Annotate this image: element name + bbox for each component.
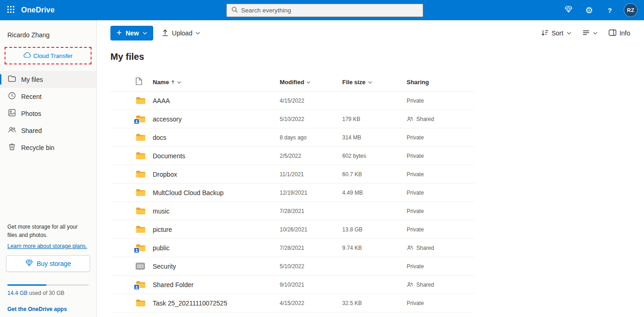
- table-row[interactable]: public 7/28/2021 9.74 KB Shared: [110, 239, 475, 257]
- file-sharing[interactable]: Private: [407, 208, 475, 214]
- file-name[interactable]: public: [153, 244, 280, 252]
- file-table-body: AAAA 4/15/2022 Private accessory 5/10/20…: [110, 92, 475, 312]
- table-row[interactable]: docs 8 days ago 314 MB Private: [110, 128, 475, 147]
- table-row[interactable]: MultCloud Cloud Backup 12/19/2021 4.49 M…: [110, 184, 475, 202]
- file-modified: 8 days ago: [280, 134, 342, 141]
- column-header-file-size[interactable]: File size: [342, 79, 407, 86]
- table-row[interactable]: AAAA 4/15/2022 Private: [110, 92, 475, 110]
- file-sharing[interactable]: Private: [407, 98, 475, 104]
- file-sharing[interactable]: Shared: [407, 245, 475, 251]
- file-modified: 4/15/2022: [280, 300, 342, 306]
- diamond-icon: [25, 259, 33, 268]
- file-name[interactable]: AAAA: [153, 97, 280, 104]
- table-row[interactable]: Dropbox 11/1/2021 60.7 KB Private: [110, 165, 475, 184]
- file-size: 602 bytes: [342, 153, 407, 159]
- file-table: Name Modified File size: [110, 73, 475, 312]
- table-row[interactable]: Task 25_20211110072525 4/15/2022 32.5 KB…: [110, 294, 475, 312]
- shared-folder-icon: [136, 244, 146, 252]
- column-header-sharing[interactable]: Sharing: [407, 79, 475, 86]
- premium-button[interactable]: [558, 0, 579, 20]
- sort-button[interactable]: Sort: [541, 29, 571, 38]
- file-size: 60.7 KB: [342, 171, 407, 178]
- file-name[interactable]: Dropbox: [153, 171, 280, 178]
- buy-storage-label: Buy storage: [37, 260, 71, 267]
- page-title: My files: [110, 52, 644, 62]
- file-name[interactable]: music: [153, 207, 280, 215]
- select-column-header[interactable]: [110, 77, 153, 87]
- command-bar: New Upload: [97, 20, 644, 44]
- row-icon-cell: [110, 170, 153, 178]
- sharing-status-label: Shared: [416, 116, 434, 122]
- row-icon-cell: [110, 281, 153, 288]
- file-name[interactable]: accessory: [153, 115, 280, 123]
- file-sharing[interactable]: Private: [407, 190, 475, 196]
- file-sharing[interactable]: Shared: [407, 116, 475, 122]
- column-label: Name: [153, 79, 169, 86]
- onedrive-apps-link[interactable]: Get the OneDrive apps: [6, 306, 90, 312]
- file-sharing[interactable]: Shared: [407, 282, 475, 288]
- table-row[interactable]: Documents 2/5/2022 602 bytes Private: [110, 147, 475, 165]
- sidebar-item-shared[interactable]: Shared: [0, 122, 96, 139]
- column-header-name[interactable]: Name: [153, 79, 280, 86]
- sidebar-item-recent[interactable]: Recent: [0, 88, 96, 105]
- sidebar-item-label: Recycle bin: [21, 144, 54, 151]
- account-avatar[interactable]: RZ: [624, 4, 637, 17]
- search-box[interactable]: [226, 4, 423, 17]
- file-sharing[interactable]: Private: [407, 171, 475, 178]
- file-name[interactable]: Task 25_20211110072525: [153, 300, 280, 307]
- buy-storage-button[interactable]: Buy storage: [6, 255, 90, 272]
- sidebar-nav: My files Recent Photos: [0, 71, 96, 156]
- table-row[interactable]: Shared Folder 9/10/2021 Shared: [110, 276, 475, 294]
- row-icon-cell: [110, 189, 153, 196]
- info-button[interactable]: Info: [609, 29, 630, 37]
- storage-used-value[interactable]: 14.4 GB: [7, 290, 28, 296]
- storage-plans-link[interactable]: Learn more about storage plans.: [6, 243, 88, 249]
- file-sharing[interactable]: Private: [407, 263, 475, 270]
- cloud-transfer-button[interactable]: Cloud Transfer: [6, 52, 91, 59]
- view-options-button[interactable]: [582, 29, 598, 37]
- table-row[interactable]: Security 5/10/2022 Private: [110, 257, 475, 276]
- file-sharing[interactable]: Private: [407, 134, 475, 141]
- upload-button[interactable]: Upload: [161, 29, 200, 38]
- file-name[interactable]: Security: [153, 263, 280, 270]
- settings-button[interactable]: ⚙: [579, 0, 599, 20]
- command-bar-right: Sort: [541, 29, 630, 38]
- help-button[interactable]: ?: [599, 0, 620, 20]
- shared-badge-icon: [134, 248, 139, 253]
- table-row[interactable]: picture 10/26/2021 13.8 GB Private: [110, 220, 475, 239]
- storage-used-rest: used of 30 GB: [28, 290, 64, 296]
- row-icon-cell: [110, 115, 153, 123]
- row-icon-cell: [110, 152, 153, 160]
- people-icon: [8, 126, 16, 135]
- app-launcher-button[interactable]: [0, 0, 21, 20]
- column-header-modified[interactable]: Modified: [280, 79, 342, 86]
- shared-badge-icon: [134, 284, 139, 290]
- search-icon: [231, 6, 238, 15]
- chevron-down-icon: [143, 32, 147, 35]
- file-name[interactable]: Shared Folder: [153, 281, 280, 288]
- user-name: Ricardo Zhang: [0, 20, 96, 43]
- search-input[interactable]: [241, 7, 418, 14]
- file-name[interactable]: picture: [153, 226, 280, 233]
- row-icon-cell: [110, 244, 153, 252]
- table-row[interactable]: accessory 5/10/2022 179 KB Shared: [110, 110, 475, 128]
- file-name[interactable]: docs: [153, 134, 280, 141]
- table-row[interactable]: music 7/28/2021 Private: [110, 202, 475, 220]
- app-title[interactable]: OneDrive: [21, 6, 55, 14]
- document-icon: [136, 77, 142, 87]
- sidebar-item-photos[interactable]: Photos: [0, 105, 96, 122]
- file-sharing[interactable]: Private: [407, 153, 475, 159]
- column-label: File size: [342, 79, 366, 86]
- file-name[interactable]: MultCloud Cloud Backup: [153, 189, 280, 196]
- gear-icon: ⚙: [585, 6, 593, 15]
- file-sharing[interactable]: Private: [407, 226, 475, 233]
- file-sharing[interactable]: Private: [407, 300, 475, 306]
- chevron-down-icon: [306, 81, 310, 84]
- sidebar-item-recycle-bin[interactable]: Recycle bin: [0, 139, 96, 156]
- new-button[interactable]: New: [110, 26, 153, 40]
- topbar-actions: ⚙ ? RZ: [558, 0, 644, 20]
- sidebar-storage-section: Get more storage for all your files and …: [0, 223, 96, 312]
- sidebar-item-my-files[interactable]: My files: [0, 71, 96, 88]
- upload-icon: [161, 29, 169, 38]
- file-name[interactable]: Documents: [153, 152, 280, 160]
